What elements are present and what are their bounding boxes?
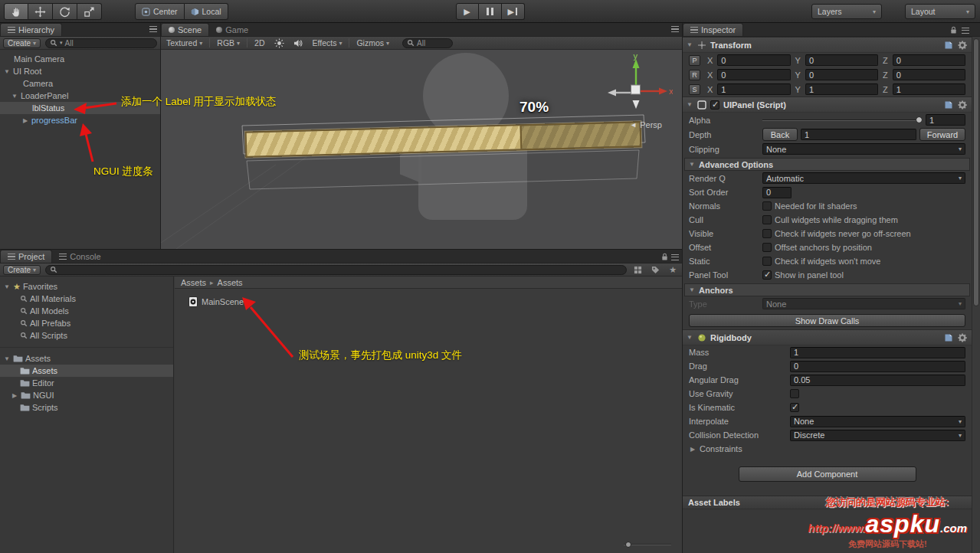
uipanel-component-header[interactable]: ▼ ✓ UIPanel (Script) [683, 97, 972, 113]
scene-panel-menu-icon[interactable] [671, 26, 679, 32]
drag-field[interactable]: 0 [790, 361, 965, 372]
hierarchy-item-camera[interactable]: Camera [0, 77, 160, 90]
interpolate-dropdown[interactable]: None▾ [790, 416, 965, 427]
help-doc-icon[interactable] [944, 333, 953, 342]
gear-icon[interactable] [958, 41, 967, 50]
favorite-all-scripts[interactable]: All Scripts [0, 329, 173, 342]
assets-root[interactable]: ▼ Assets [0, 352, 173, 365]
asset-mainscene[interactable]: MainScene [188, 296, 244, 307]
tab-inspector[interactable]: Inspector [683, 23, 743, 36]
constraints-row[interactable]: ▶ Constraints [683, 442, 972, 456]
effects-dropdown[interactable]: Effects▾ [310, 38, 345, 47]
scrollbar-thumb[interactable] [973, 38, 979, 306]
alpha-slider[interactable] [762, 114, 923, 126]
rotation-z-field[interactable]: 0 [893, 69, 965, 80]
layout-dropdown[interactable]: Layout▾ [905, 4, 975, 19]
move-tool-button[interactable] [28, 3, 53, 20]
foldout-open-icon[interactable]: ▼ [3, 68, 11, 75]
foldout-open-icon[interactable]: ▼ [686, 41, 693, 48]
depth-value-field[interactable]: 1 [801, 129, 916, 140]
foldout-open-icon[interactable]: ▼ [686, 101, 693, 108]
folder-ngui[interactable]: ▶ NGUI [0, 389, 173, 401]
icon-zoom-slider[interactable] [624, 541, 671, 548]
visible-checkbox[interactable]: ✓ [762, 229, 772, 238]
pause-button[interactable] [479, 3, 502, 20]
rotation-x-field[interactable]: 0 [717, 69, 790, 80]
advanced-options-header[interactable]: ▼ Advanced Options [684, 158, 970, 171]
scale-z-field[interactable]: 1 [893, 83, 965, 95]
tab-project[interactable]: Project [0, 250, 52, 263]
progress-bar-widget[interactable] [245, 121, 642, 158]
project-panel-menu[interactable] [661, 253, 679, 261]
depth-back-button[interactable]: Back [762, 128, 798, 141]
help-doc-icon[interactable] [944, 41, 953, 50]
breadcrumb-current[interactable]: Assets [218, 278, 243, 287]
scale-x-field[interactable]: 1 [717, 83, 790, 95]
foldout-open-icon[interactable]: ▼ [3, 283, 11, 290]
favorite-all-models[interactable]: All Models [0, 305, 173, 317]
hierarchy-item-progressbar[interactable]: ▶progressBar [0, 114, 160, 126]
use-gravity-checkbox[interactable]: ✓ [790, 389, 799, 398]
hierarchy-item-loaderpanel[interactable]: ▼LoaderPanel [0, 90, 160, 102]
favorites-root[interactable]: ▼ ★ Favorites [0, 280, 173, 293]
hierarchy-panel-menu-icon[interactable] [149, 26, 157, 32]
anchor-type-dropdown[interactable]: None▾ [762, 298, 965, 309]
rigidbody-component-header[interactable]: ▼ Rigidbody [683, 329, 972, 345]
panel-tool-checkbox[interactable]: ✓ [762, 270, 772, 280]
cull-checkbox[interactable]: ✓ [762, 215, 772, 224]
offset-checkbox[interactable]: ✓ [762, 243, 772, 252]
hierarchy-item-lblstatus[interactable]: lblStatus [0, 102, 160, 114]
uipanel-enabled-checkbox[interactable]: ✓ [710, 100, 719, 110]
pivot-local-button[interactable]: Local [185, 3, 228, 20]
scale-y-field[interactable]: 1 [805, 83, 878, 95]
label-filter-button[interactable] [649, 266, 662, 274]
alpha-value-field[interactable]: 1 [926, 114, 965, 126]
lock-icon[interactable] [950, 26, 957, 34]
gear-icon[interactable] [958, 100, 967, 110]
rotation-reset-button[interactable]: R [689, 70, 700, 80]
asset-grid[interactable]: MainScene [175, 289, 682, 542]
scene-audio-toggle[interactable] [291, 39, 306, 47]
rotate-tool-button[interactable] [53, 3, 77, 20]
menu-icon[interactable] [962, 28, 969, 34]
render-mode-dropdown[interactable]: RGB▾ [215, 38, 242, 47]
gizmos-dropdown[interactable]: Gizmos▾ [354, 38, 392, 47]
folder-scripts[interactable]: Scripts [0, 401, 173, 414]
scene-lighting-toggle[interactable] [272, 38, 287, 48]
asset-labels-header[interactable]: Asset Labels [683, 496, 972, 509]
static-checkbox[interactable]: ✓ [762, 257, 772, 266]
normals-checkbox[interactable]: ✓ [762, 201, 772, 211]
perspective-mode-label[interactable]: ◄ Persp [630, 120, 662, 129]
position-y-field[interactable]: 0 [805, 54, 878, 66]
transform-component-header[interactable]: ▼ Transform [683, 37, 972, 53]
foldout-closed-icon[interactable]: ▶ [11, 392, 18, 399]
hand-tool-button[interactable] [4, 3, 28, 20]
slider-knob[interactable] [916, 116, 923, 123]
favorite-all-prefabs[interactable]: All Prefabs [0, 317, 173, 329]
foldout-closed-icon[interactable]: ▶ [689, 446, 696, 453]
clipping-dropdown[interactable]: None▾ [762, 143, 965, 155]
position-reset-button[interactable]: P [689, 55, 700, 66]
position-x-field[interactable]: 0 [717, 54, 790, 66]
project-create-dropdown[interactable]: Create▾ [3, 265, 41, 275]
scene-search-input[interactable]: All [402, 38, 453, 48]
hierarchy-search-input[interactable]: ▾ All [45, 38, 157, 48]
sort-order-field[interactable]: 0 [762, 187, 792, 198]
tab-game[interactable]: Game [209, 23, 255, 36]
project-search-input[interactable] [45, 265, 627, 275]
folder-editor[interactable]: Editor [0, 377, 173, 389]
scale-reset-button[interactable]: S [689, 84, 700, 95]
slider-knob[interactable] [625, 542, 631, 548]
step-button[interactable]: ▶ [502, 3, 525, 20]
hierarchy-item-ui-root[interactable]: ▼UI Root [0, 65, 160, 77]
render-q-dropdown[interactable]: Automatic▾ [762, 172, 965, 184]
depth-forward-button[interactable]: Forward [919, 128, 965, 141]
layers-dropdown[interactable]: Layers▾ [811, 4, 882, 19]
mass-field[interactable]: 1 [790, 347, 965, 358]
folder-assets[interactable]: Assets [0, 365, 173, 377]
angular-drag-field[interactable]: 0.05 [790, 375, 965, 386]
rotation-y-field[interactable]: 0 [805, 69, 878, 80]
tab-scene[interactable]: Scene [161, 23, 209, 36]
help-doc-icon[interactable] [944, 100, 953, 110]
inspector-scrollbar[interactable] [972, 37, 980, 553]
